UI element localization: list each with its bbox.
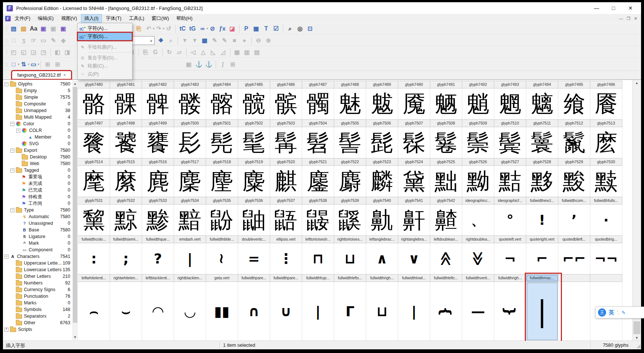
tab-close-icon[interactable]: × [63,73,66,78]
glyph-name-label[interactable]: fullwidthque... [142,236,174,243]
menubar-item[interactable]: 视图(V) [58,14,80,23]
tree-item-export[interactable]: –Export7580 [3,147,72,154]
tree-item-glyphs[interactable]: –Glyphs7580 [3,81,72,87]
skew-tool-icon[interactable]: ▱ [174,48,184,57]
fill-bucket-icon[interactable]: ◈ [59,36,68,45]
select-rectangle-icon[interactable]: □ [9,36,19,45]
draw-rectangle-icon[interactable]: ■ [230,36,240,45]
tree-item-multi-mapped[interactable]: Multi Mapped4 [3,114,72,120]
insert-glyph-icon[interactable]: □▾ [9,60,19,69]
glyph-name-label[interactable]: glyph7495 [558,81,590,88]
glyph-name-label[interactable]: doublevertic... [238,236,270,243]
tree-item-empty[interactable]: Empty5 [3,87,72,94]
menu-item-point[interactable]: ⁘点(P) [78,70,132,78]
glyph-cell[interactable]: 鼹 [302,205,334,235]
glyph-cell[interactable]: ⌢ [78,282,110,341]
snap-to-grid-icon[interactable]: ⊞ [53,60,63,69]
glyph-name-label[interactable]: glyph7516 [142,158,174,165]
draw-freehand-icon[interactable]: ✎ [220,36,230,45]
glyph-cell[interactable]: 骼 [78,88,110,119]
group-icon[interactable]: ◰ [9,48,19,57]
ime-punctuation-icon[interactable]: ’, [617,310,619,315]
glyph-name-label[interactable]: glyph7542 [430,197,462,204]
glyph-cell[interactable]: 饔 [142,127,174,158]
glyph-name-label[interactable]: glyph7541 [398,197,430,204]
glyph-cell[interactable]: ∨ [398,243,430,274]
revert-icon[interactable]: ↺ [164,24,174,33]
collapse-icon[interactable]: – [16,129,20,133]
tree-item-separators[interactable]: Separators2 [3,313,72,319]
glyph-cell[interactable]: 鼢 [206,205,238,235]
glyph-name-label[interactable]: glyph7498 [110,120,142,127]
collapse-icon[interactable]: – [4,255,8,259]
glyph-cell[interactable]: | [174,243,206,274]
glyph-name-label[interactable]: rightanglebra... [398,236,430,243]
insert-characters-icon[interactable]: tC [178,24,188,33]
tree-item-svg[interactable]: SVG0 [3,140,72,147]
tree-item-automatic[interactable]: ↯Automatic7580 [3,213,72,220]
tree-item-component[interactable]: ▭Component0 [3,247,72,253]
zoom-rectangle-icon[interactable]: ⌕ [166,36,176,45]
tree-item-desktop[interactable]: Desktop7580 [3,154,72,160]
collapse-icon[interactable]: – [10,122,14,126]
glyph-name-label[interactable]: glyph7531 [78,197,110,204]
glyph-cell[interactable]: 魍 [494,88,526,119]
glyph-cell[interactable]: 饕 [110,127,142,158]
insert-glyphs-icon[interactable]: tG [188,24,198,33]
glyph-cell[interactable]: 鬣 [558,127,590,158]
tree-scrollbar[interactable]: ▲ ▼ [72,81,78,340]
glyph-cell[interactable]: 髹 [398,127,430,158]
glyph-cell[interactable]: 髁 [110,88,142,119]
save-font-as-icon[interactable]: ▣ [49,24,59,33]
glyph-name-label[interactable]: fullwidthlowl... [398,275,430,282]
glyph-cell[interactable]: 鏖 [302,166,334,197]
glyph-cell[interactable] [558,282,590,341]
tab-fangsong-gb2312[interactable]: fangsong_GB2312.ttf × [12,71,71,79]
tree-item-other-letters[interactable]: Other Letters210 [3,273,72,280]
tree-item-characters[interactable]: –ACharacters7541 [3,253,72,260]
glyph-cell[interactable]: 黝 [462,166,494,197]
collapse-icon[interactable]: – [10,168,14,172]
glyph-cell[interactable]: 鬈 [430,127,462,158]
tree-item-uppercase-lette-[interactable]: Uppercase Lette...109 [3,260,72,266]
glyph-cell[interactable]: 麽 [590,127,622,158]
glyph-name-label[interactable]: glyph7483 [174,81,206,88]
glyph-name-label[interactable]: leftdoublean... [430,236,462,243]
glyph-name-label[interactable]: glyph7527 [494,158,526,165]
glyph-name-label[interactable]: glyph7537 [270,197,302,204]
glyph-name-label[interactable]: fullwidthmac... [526,275,558,282]
glyph-name-label[interactable]: glyph7493 [494,81,526,88]
next-glyph-icon[interactable]: ⊕ [263,36,273,45]
properties-icon[interactable]: P [241,24,251,33]
glyph-cell[interactable]: 髌 [270,88,302,119]
tree-item-member[interactable]: ▲Member0 [3,134,72,140]
glyph-cell[interactable]: ⊔ [366,282,398,341]
glyph-name-label[interactable]: fullwidthcolo... [78,236,110,243]
glyph-name-label[interactable]: glyph7530 [590,158,622,165]
undo-icon[interactable]: ↶▾ [144,24,154,33]
collapse-icon[interactable]: – [4,82,8,86]
glyph-cell[interactable]: 魑 [526,88,558,119]
sort-glyphs-icon[interactable]: ⇅▾ [19,60,29,69]
glyph-name-label[interactable]: glyph7491 [430,81,462,88]
glyph-cell[interactable]: ’ [558,205,590,235]
glyph-cell[interactable]: 麟 [366,166,398,197]
glyph-name-label[interactable]: glyph7499 [142,120,174,127]
glyph-cell[interactable]: 餮 [78,127,110,158]
tree-item-type[interactable]: –Type7580 [3,207,72,213]
glyph-cell[interactable]: 魈 [462,88,494,119]
glyph-cell[interactable]: 鼬 [238,205,270,235]
tree-item-工作间[interactable]: ⚑工作间0 [3,200,72,207]
formula-icon[interactable]: ƒx [217,24,227,33]
tree-item-base[interactable]: BBase7580 [3,227,72,233]
menubar-item[interactable]: 插入(I) [81,14,102,23]
glyph-name-label[interactable]: glyph7524 [398,158,430,165]
menu-item-freehand-contour[interactable]: ✎手绘轮廓(F)... [78,43,132,51]
collapse-icon[interactable]: – [10,208,14,212]
eraser-icon[interactable]: ◪ [227,24,237,33]
glyph-name-label[interactable]: leftblacklenti... [142,275,174,282]
glyph-name-label[interactable]: geta.vert [206,275,238,282]
anchor-lock-icon[interactable]: ⚓ [204,60,214,69]
tree-item-color[interactable]: –Color0 [3,120,72,127]
glyph-name-label[interactable]: fullwidthleftc... [430,275,462,282]
